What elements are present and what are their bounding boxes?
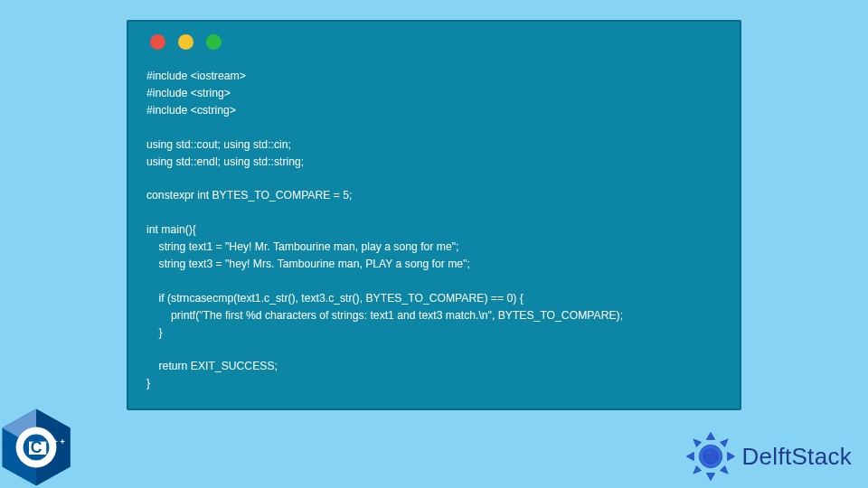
minimize-icon: [178, 34, 193, 50]
brand-text: DelftStack: [742, 443, 853, 471]
svg-text:+: +: [60, 437, 64, 446]
code-window: #include <iostream> #include <string> #i…: [127, 20, 741, 410]
svg-marker-15: [693, 465, 701, 474]
svg-marker-11: [686, 452, 693, 460]
cpp-logo-text: C: [31, 438, 42, 456]
svg-text:</>: </>: [703, 452, 717, 461]
svg-text:+: +: [52, 437, 57, 446]
code-block: #include <iostream> #include <string> #i…: [146, 68, 722, 392]
svg-marker-14: [720, 439, 728, 447]
gear-icon: </>: [684, 430, 737, 483]
cpp-logo-icon: C + +: [0, 407, 72, 488]
svg-marker-10: [706, 474, 714, 481]
svg-marker-9: [706, 432, 714, 439]
close-icon: [150, 34, 165, 50]
brand-badge: </> DelftStack: [684, 430, 853, 483]
svg-marker-12: [727, 452, 734, 460]
traffic-lights: [146, 34, 722, 50]
svg-marker-13: [693, 439, 701, 447]
svg-marker-16: [720, 465, 728, 474]
maximize-icon: [206, 34, 222, 50]
